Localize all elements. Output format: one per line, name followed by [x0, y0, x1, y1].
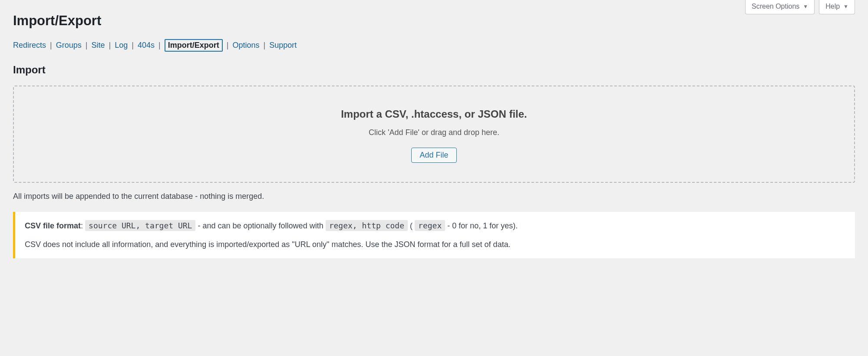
csv-code-regex: regex — [415, 220, 445, 231]
csv-code-source-target: source URL, target URL — [85, 220, 195, 231]
tab-redirects[interactable]: Redirects — [13, 41, 46, 49]
csv-note-line: CSV does not include all information, an… — [25, 239, 845, 251]
append-note: All imports will be appended to the curr… — [13, 191, 855, 202]
tab-log[interactable]: Log — [115, 41, 128, 49]
file-dropzone[interactable]: Import a CSV, .htaccess, or JSON file. C… — [13, 86, 855, 183]
import-section-title: Import — [13, 64, 855, 76]
tab-site[interactable]: Site — [92, 41, 105, 49]
help-label: Help — [825, 3, 840, 10]
csv-format-line: CSV file format: source URL, target URL … — [25, 220, 845, 232]
separator: | — [84, 41, 89, 49]
add-file-button[interactable]: Add File — [411, 148, 456, 163]
csv-code-regex-http: regex, http code — [326, 220, 408, 231]
separator: | — [262, 41, 267, 49]
screen-options-button[interactable]: Screen Options ▼ — [745, 0, 815, 14]
tab-support[interactable]: Support — [269, 41, 297, 49]
tab-404s[interactable]: 404s — [138, 41, 155, 49]
separator: | — [130, 41, 135, 49]
csv-format-tail: - 0 for no, 1 for yes). — [445, 221, 518, 230]
dropzone-instruction: Click 'Add File' or drag and drop here. — [23, 128, 845, 137]
csv-format-label: CSV file format — [25, 221, 81, 230]
chevron-down-icon: ▼ — [803, 3, 808, 10]
dropzone-heading: Import a CSV, .htaccess, or JSON file. — [23, 108, 845, 120]
chevron-down-icon: ▼ — [843, 3, 848, 10]
help-button[interactable]: Help ▼ — [819, 0, 855, 14]
page-title: Import/Export — [13, 4, 855, 29]
csv-format-mid1: - and can be optionally followed with — [195, 221, 325, 230]
screen-options-label: Screen Options — [752, 3, 799, 10]
csv-format-mid2: ( — [408, 221, 415, 230]
tab-navigation: Redirects | Groups | Site | Log | 404s |… — [13, 39, 855, 52]
csv-info-box: CSV file format: source URL, target URL … — [13, 212, 855, 258]
separator: | — [225, 41, 231, 49]
tab-options[interactable]: Options — [233, 41, 260, 49]
tab-import-export[interactable]: Import/Export — [165, 39, 223, 52]
csv-format-colon: : — [81, 221, 85, 230]
separator: | — [107, 41, 113, 49]
tab-groups[interactable]: Groups — [56, 41, 82, 49]
separator: | — [157, 41, 162, 49]
separator: | — [48, 41, 54, 49]
